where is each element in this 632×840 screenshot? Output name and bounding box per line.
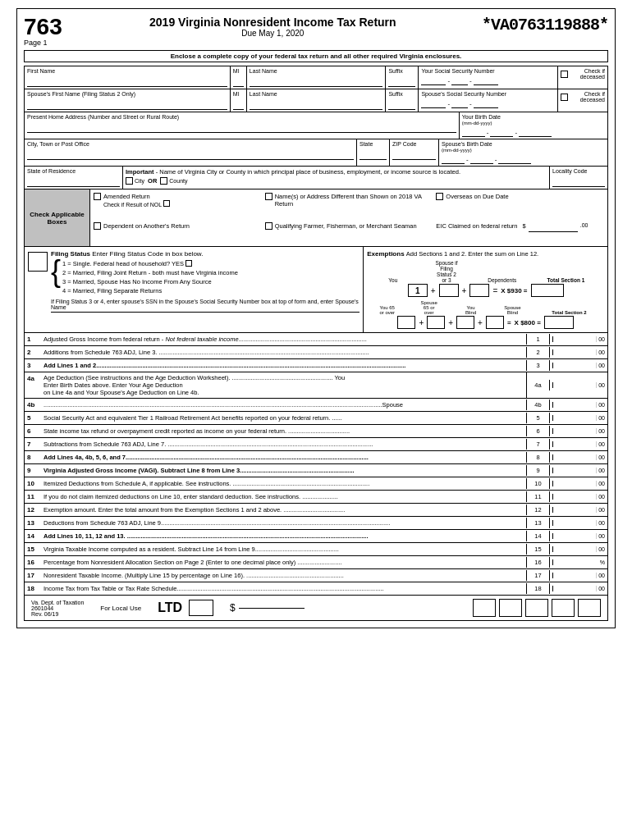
head-household-checkbox[interactable]: [185, 260, 192, 267]
city-radio-text: City: [135, 178, 144, 184]
zip-input[interactable]: [392, 148, 436, 160]
section2-total[interactable]: [544, 316, 574, 329]
address-cell: Present Home Address (Number and Street …: [25, 112, 460, 139]
spouse-ssn-dash-2: -: [469, 100, 472, 107]
spouse-deceased-checkbox[interactable]: [561, 94, 568, 101]
line-15-input[interactable]: 00: [552, 546, 605, 552]
spouse-last-input[interactable]: [250, 98, 383, 110]
spouse-mi-label: MI: [233, 91, 244, 97]
ssn-dash-1: -: [447, 77, 450, 84]
state-input[interactable]: [360, 148, 387, 160]
line-1-input[interactable]: 00: [552, 336, 605, 342]
dollar-input[interactable]: [239, 608, 305, 609]
spouse-deceased-label[interactable]: Check if deceased: [561, 91, 605, 103]
line-6-input[interactable]: 00: [552, 428, 605, 434]
line-18-input[interactable]: 00: [552, 586, 605, 591]
spouse-ssn-input-2[interactable]: [451, 98, 468, 108]
dependent-checkbox[interactable]: [94, 222, 101, 230]
spouse-name-input[interactable]: [51, 312, 360, 313]
line-row-4b: 4b .....................................…: [24, 399, 608, 412]
check-option-overseas: Overseas on Due Date: [436, 193, 604, 219]
code-box-1[interactable]: [473, 599, 496, 617]
line-3-input[interactable]: 00: [552, 363, 605, 368]
line-11-input[interactable]: 00: [552, 494, 605, 500]
eic-amount-input[interactable]: [529, 222, 578, 232]
locality-code-input[interactable]: [552, 176, 605, 187]
ssn-input-1[interactable]: [421, 75, 446, 85]
spouse-first-input[interactable]: [27, 98, 227, 110]
city-radio-label[interactable]: City: [126, 177, 144, 185]
line-16-input[interactable]: %: [552, 559, 605, 565]
section2-you65[interactable]: [397, 316, 415, 329]
spouse-birth-input-2[interactable]: [470, 154, 493, 164]
ssn-input-2[interactable]: [451, 75, 468, 85]
check-applicable-text: Check Applicable Boxes: [28, 211, 86, 226]
spouse-ssn-input-3[interactable]: [474, 98, 498, 108]
city-input[interactable]: [27, 148, 354, 160]
line-5-input[interactable]: 00: [552, 415, 605, 421]
overseas-checkbox[interactable]: [436, 193, 443, 200]
ssn-field: - -: [421, 75, 555, 85]
suffix-input[interactable]: [388, 75, 415, 87]
filing-status-input[interactable]: [28, 252, 48, 272]
line-2-input[interactable]: 00: [552, 349, 605, 355]
code-box-5[interactable]: [578, 599, 601, 617]
spouse-mi-input[interactable]: [233, 98, 244, 110]
section2-youblind[interactable]: [456, 316, 474, 329]
first-name-input[interactable]: [27, 75, 227, 87]
code-box-2[interactable]: [499, 599, 522, 617]
your-birth-input-3[interactable]: [519, 127, 552, 137]
code-box-3[interactable]: [525, 599, 548, 617]
line-13-input[interactable]: 00: [552, 520, 605, 526]
section2-spouseblind[interactable]: [486, 316, 504, 329]
line-8-input[interactable]: 00: [552, 454, 605, 460]
address-input[interactable]: [27, 121, 456, 133]
section1-spouse[interactable]: [439, 284, 459, 297]
ltd-label: LTD: [158, 600, 182, 615]
filing-status-title: Filing Status Enter Filing Status Code i…: [51, 250, 203, 258]
deceased-checkbox-label[interactable]: Check if deceased: [561, 68, 605, 80]
your-birth-input[interactable]: [462, 127, 485, 137]
locality-desc: - Name of Virginia City or County in whi…: [156, 168, 460, 176]
line-4b-input[interactable]: 00: [552, 402, 605, 408]
ssn-input-3[interactable]: [474, 75, 498, 85]
line-4a-input[interactable]: 00: [552, 382, 605, 388]
residence-input[interactable]: [27, 176, 120, 187]
line-12-input[interactable]: 00: [552, 507, 605, 513]
line-17-input[interactable]: 00: [552, 573, 605, 578]
check-options-grid: Amended Return Check if Result of NOL Na…: [90, 189, 607, 246]
section1-dependents[interactable]: [469, 284, 489, 297]
spouse-birth-input-1[interactable]: [442, 154, 465, 164]
section1-you[interactable]: 1: [408, 284, 428, 297]
last-name-input[interactable]: [250, 75, 383, 87]
spouse-ssn-input-1[interactable]: [421, 98, 446, 108]
deceased-checkbox[interactable]: [561, 71, 568, 78]
spouse-ssn-dash-1: -: [447, 100, 450, 107]
line-10-input[interactable]: 00: [552, 481, 605, 486]
spouse-suffix-input[interactable]: [388, 98, 415, 110]
line-row-8: 8 Add Lines 4a, 4b, 5, 6, and 7.........…: [24, 451, 608, 464]
city-radio[interactable]: [126, 177, 133, 185]
line-9-input[interactable]: 00: [552, 468, 605, 473]
mi-input[interactable]: [233, 75, 244, 87]
section1-total[interactable]: [531, 284, 564, 297]
spouse-birth-input-3[interactable]: [498, 154, 531, 164]
farmer-checkbox[interactable]: [265, 222, 272, 230]
code-box-4[interactable]: [552, 599, 575, 617]
overseas-label: Overseas on Due Date: [446, 193, 508, 200]
amended-checkbox[interactable]: [94, 193, 101, 200]
your-birth-input-2[interactable]: [490, 127, 513, 137]
check-applicable-label: Check Applicable Boxes: [25, 189, 90, 246]
line-row-1: 1 Adjusted Gross Income from federal ret…: [24, 333, 608, 346]
county-radio-label[interactable]: County: [160, 177, 187, 185]
names-checkbox[interactable]: [265, 193, 272, 200]
form-number-block: 763 Page 1: [24, 16, 71, 47]
section2-spouse65[interactable]: [427, 316, 445, 329]
line-7-input[interactable]: 00: [552, 441, 605, 447]
nol-checkbox[interactable]: [163, 200, 170, 207]
ltd-box[interactable]: [189, 600, 213, 616]
county-radio[interactable]: [160, 177, 167, 185]
ssn-note: If Filing Status 3 or 4, enter spouse's …: [51, 299, 360, 313]
city-cell: City, Town or Post Office: [25, 139, 357, 166]
line-14-input[interactable]: 00: [552, 533, 605, 539]
